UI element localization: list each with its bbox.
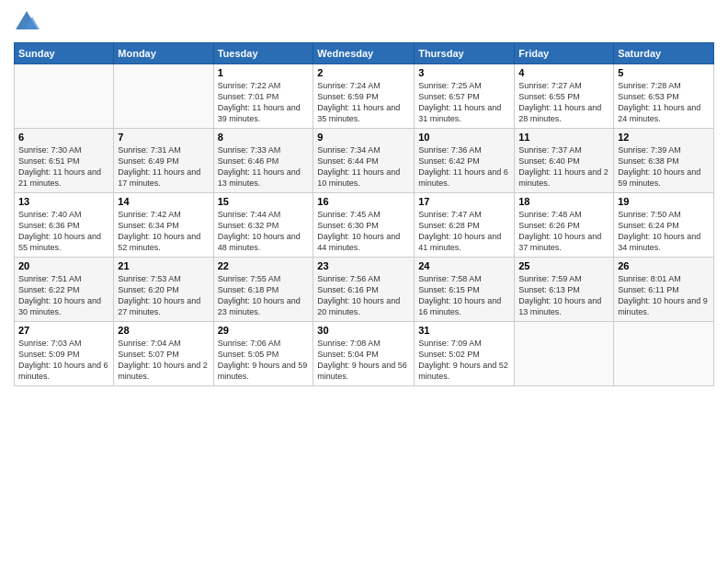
day-number: 11 [518,132,609,143]
day-info: Sunrise: 7:04 AM Sunset: 5:07 PM Dayligh… [118,338,209,383]
day-number: 4 [518,67,609,78]
weekday-header: Monday [114,43,213,64]
day-number: 6 [18,132,109,143]
calendar-cell: 4Sunrise: 7:27 AM Sunset: 6:55 PM Daylig… [515,64,614,129]
day-info: Sunrise: 7:03 AM Sunset: 5:09 PM Dayligh… [18,338,109,383]
calendar-cell: 28Sunrise: 7:04 AM Sunset: 5:07 PM Dayli… [114,322,213,386]
day-number: 2 [317,67,410,78]
weekday-header: Sunday [15,43,114,64]
calendar-cell: 25Sunrise: 7:59 AM Sunset: 6:13 PM Dayli… [515,258,614,322]
day-number: 3 [418,67,510,78]
day-number: 24 [418,260,510,271]
calendar-cell [15,64,114,129]
day-info: Sunrise: 7:58 AM Sunset: 6:15 PM Dayligh… [418,273,510,318]
weekday-header: Wednesday [313,43,415,64]
calendar-cell: 19Sunrise: 7:50 AM Sunset: 6:24 PM Dayli… [614,193,714,258]
day-info: Sunrise: 7:28 AM Sunset: 6:53 PM Dayligh… [618,80,710,125]
calendar-cell: 30Sunrise: 7:08 AM Sunset: 5:04 PM Dayli… [313,322,415,386]
calendar-header: SundayMondayTuesdayWednesdayThursdayFrid… [15,43,714,64]
day-number: 10 [418,132,510,143]
day-number: 19 [618,196,710,207]
day-info: Sunrise: 8:01 AM Sunset: 6:11 PM Dayligh… [618,273,710,318]
day-info: Sunrise: 7:06 AM Sunset: 5:05 PM Dayligh… [218,338,310,383]
calendar-cell: 3Sunrise: 7:25 AM Sunset: 6:57 PM Daylig… [415,64,515,129]
day-number: 29 [218,325,310,336]
day-info: Sunrise: 7:30 AM Sunset: 6:51 PM Dayligh… [18,144,109,190]
day-number: 27 [18,325,109,336]
header [14,9,714,35]
calendar-week-row: 1Sunrise: 7:22 AM Sunset: 7:01 PM Daylig… [15,64,714,129]
day-number: 1 [218,67,310,78]
day-info: Sunrise: 7:56 AM Sunset: 6:16 PM Dayligh… [317,273,410,318]
calendar-cell: 26Sunrise: 8:01 AM Sunset: 6:11 PM Dayli… [614,258,714,322]
day-info: Sunrise: 7:36 AM Sunset: 6:42 PM Dayligh… [418,144,510,190]
day-info: Sunrise: 7:08 AM Sunset: 5:04 PM Dayligh… [317,338,410,383]
weekday-header: Tuesday [213,43,313,64]
calendar-cell: 22Sunrise: 7:55 AM Sunset: 6:18 PM Dayli… [213,258,313,322]
day-number: 28 [118,325,209,336]
day-info: Sunrise: 7:51 AM Sunset: 6:22 PM Dayligh… [18,273,109,318]
day-info: Sunrise: 7:55 AM Sunset: 6:18 PM Dayligh… [218,273,310,318]
calendar-cell: 11Sunrise: 7:37 AM Sunset: 6:40 PM Dayli… [515,129,614,193]
calendar-cell: 12Sunrise: 7:39 AM Sunset: 6:38 PM Dayli… [614,129,714,193]
day-info: Sunrise: 7:25 AM Sunset: 6:57 PM Dayligh… [418,80,510,125]
day-number: 9 [317,132,410,143]
day-number: 16 [317,196,410,207]
calendar-cell: 6Sunrise: 7:30 AM Sunset: 6:51 PM Daylig… [15,129,114,193]
page: SundayMondayTuesdayWednesdayThursdayFrid… [0,0,728,563]
calendar-week-row: 27Sunrise: 7:03 AM Sunset: 5:09 PM Dayli… [15,322,714,386]
calendar-cell: 8Sunrise: 7:33 AM Sunset: 6:46 PM Daylig… [213,129,313,193]
logo-icon [14,9,40,35]
weekday-header: Thursday [415,43,515,64]
day-number: 20 [18,260,109,271]
calendar-cell [614,322,714,386]
day-number: 12 [618,132,710,143]
calendar-cell: 13Sunrise: 7:40 AM Sunset: 6:36 PM Dayli… [15,193,114,258]
day-info: Sunrise: 7:50 AM Sunset: 6:24 PM Dayligh… [618,209,710,254]
day-number: 31 [418,325,510,336]
calendar-body: 1Sunrise: 7:22 AM Sunset: 7:01 PM Daylig… [15,64,714,386]
calendar-cell: 27Sunrise: 7:03 AM Sunset: 5:09 PM Dayli… [15,322,114,386]
calendar-cell: 2Sunrise: 7:24 AM Sunset: 6:59 PM Daylig… [313,64,415,129]
day-info: Sunrise: 7:40 AM Sunset: 6:36 PM Dayligh… [18,209,109,254]
day-info: Sunrise: 7:44 AM Sunset: 6:32 PM Dayligh… [218,209,310,254]
calendar-cell: 15Sunrise: 7:44 AM Sunset: 6:32 PM Dayli… [213,193,313,258]
calendar-cell: 24Sunrise: 7:58 AM Sunset: 6:15 PM Dayli… [415,258,515,322]
calendar-week-row: 20Sunrise: 7:51 AM Sunset: 6:22 PM Dayli… [15,258,714,322]
day-number: 15 [218,196,310,207]
day-number: 22 [218,260,310,271]
day-number: 21 [118,260,209,271]
day-number: 7 [118,132,209,143]
day-info: Sunrise: 7:24 AM Sunset: 6:59 PM Dayligh… [317,80,410,125]
day-info: Sunrise: 7:47 AM Sunset: 6:28 PM Dayligh… [418,209,510,254]
calendar-cell [114,64,213,129]
weekday-header: Friday [515,43,614,64]
calendar-cell: 5Sunrise: 7:28 AM Sunset: 6:53 PM Daylig… [614,64,714,129]
day-info: Sunrise: 7:39 AM Sunset: 6:38 PM Dayligh… [618,144,710,190]
weekday-header: Saturday [614,43,714,64]
calendar-cell: 21Sunrise: 7:53 AM Sunset: 6:20 PM Dayli… [114,258,213,322]
calendar-cell: 9Sunrise: 7:34 AM Sunset: 6:44 PM Daylig… [313,129,415,193]
day-info: Sunrise: 7:53 AM Sunset: 6:20 PM Dayligh… [118,273,209,318]
calendar-cell: 10Sunrise: 7:36 AM Sunset: 6:42 PM Dayli… [415,129,515,193]
day-info: Sunrise: 7:42 AM Sunset: 6:34 PM Dayligh… [118,209,209,254]
day-number: 17 [418,196,510,207]
calendar-cell: 1Sunrise: 7:22 AM Sunset: 7:01 PM Daylig… [213,64,313,129]
day-info: Sunrise: 7:22 AM Sunset: 7:01 PM Dayligh… [218,80,310,125]
logo [14,9,43,35]
day-info: Sunrise: 7:59 AM Sunset: 6:13 PM Dayligh… [518,273,609,318]
calendar-week-row: 13Sunrise: 7:40 AM Sunset: 6:36 PM Dayli… [15,193,714,258]
calendar-cell [515,322,614,386]
day-info: Sunrise: 7:34 AM Sunset: 6:44 PM Dayligh… [317,144,410,190]
day-number: 23 [317,260,410,271]
day-info: Sunrise: 7:27 AM Sunset: 6:55 PM Dayligh… [518,80,609,125]
day-number: 8 [218,132,310,143]
day-number: 14 [118,196,209,207]
day-info: Sunrise: 7:31 AM Sunset: 6:49 PM Dayligh… [118,144,209,190]
calendar-cell: 20Sunrise: 7:51 AM Sunset: 6:22 PM Dayli… [15,258,114,322]
calendar-cell: 29Sunrise: 7:06 AM Sunset: 5:05 PM Dayli… [213,322,313,386]
calendar-cell: 7Sunrise: 7:31 AM Sunset: 6:49 PM Daylig… [114,129,213,193]
calendar-cell: 14Sunrise: 7:42 AM Sunset: 6:34 PM Dayli… [114,193,213,258]
day-number: 18 [518,196,609,207]
day-info: Sunrise: 7:37 AM Sunset: 6:40 PM Dayligh… [518,144,609,190]
